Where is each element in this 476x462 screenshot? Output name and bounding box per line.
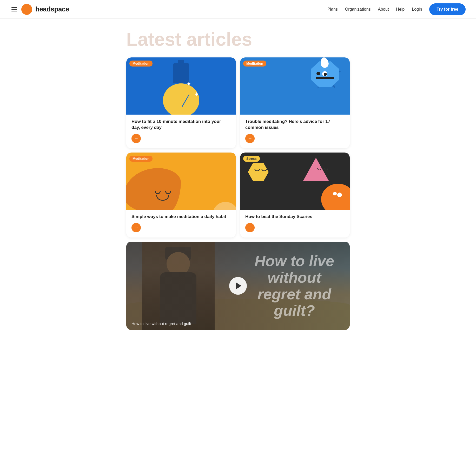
card-title-4: How to beat the Sunday Scaries bbox=[245, 214, 345, 220]
orange-half-circle bbox=[213, 202, 236, 210]
video-overlay-text: How to livewithoutregret andguilt? bbox=[255, 253, 334, 319]
card-title-1: How to fit a 10-minute meditation into y… bbox=[131, 119, 231, 131]
video-card[interactable]: How to livewithoutregret andguilt? How t… bbox=[126, 242, 350, 330]
clock-top bbox=[173, 63, 189, 83]
clock-button bbox=[178, 60, 184, 65]
navbar: headspace Plans Organizations About Help… bbox=[0, 0, 476, 19]
card-arrow-2[interactable]: → bbox=[245, 134, 255, 143]
stress-triangle-face bbox=[317, 168, 328, 170]
category-badge-4: Stress bbox=[243, 156, 260, 162]
article-grid: Meditation ✦ ✦ How to fit a 10-minute me… bbox=[126, 57, 350, 330]
try-for-free-button[interactable]: Try for free bbox=[429, 3, 466, 15]
card-text-4: How to beat the Sunday Scaries → bbox=[240, 210, 350, 237]
category-badge-1: Meditation bbox=[129, 61, 153, 67]
card-arrow-3[interactable]: → bbox=[131, 223, 141, 232]
card-image-3: Meditation bbox=[126, 153, 236, 210]
card-text-1: How to fit a 10-minute meditation into y… bbox=[126, 115, 236, 148]
sparkle-icon-2: ✦ bbox=[194, 91, 199, 98]
card-text-2: Trouble meditating? Here's advice for 17… bbox=[240, 115, 350, 148]
nav-organizations[interactable]: Organizations bbox=[345, 7, 371, 12]
stress-orange-blob bbox=[321, 184, 350, 210]
sparkle-icon-1: ✦ bbox=[186, 81, 191, 88]
card-image-4: Stress bbox=[240, 153, 350, 210]
nav-help[interactable]: Help bbox=[396, 7, 405, 12]
stress-hexagon bbox=[248, 163, 269, 181]
nav-about[interactable]: About bbox=[378, 7, 389, 12]
medit-eye-right bbox=[165, 191, 171, 194]
card-image-2: Meditation bbox=[240, 57, 350, 115]
card-arrow-4[interactable]: → bbox=[245, 223, 255, 232]
clock-body bbox=[163, 83, 199, 115]
card-title-3: Simple ways to make meditation a daily h… bbox=[131, 214, 231, 220]
clock-hand bbox=[182, 94, 189, 107]
stress-orange-eye2 bbox=[337, 193, 342, 197]
card-title-2: Trouble meditating? Here's advice for 17… bbox=[245, 119, 345, 131]
stress-tri-eye-left bbox=[317, 168, 321, 170]
medit-eye-left bbox=[155, 191, 161, 194]
meditation-face-eyes bbox=[155, 191, 171, 194]
main-content: Latest articles Meditation ✦ ✦ How to fi… bbox=[121, 19, 355, 346]
page-title: Latest articles bbox=[126, 29, 350, 50]
navbar-right: Plans Organizations About Help Login Try… bbox=[327, 3, 466, 15]
category-badge-3: Meditation bbox=[129, 156, 153, 162]
video-play-button[interactable] bbox=[229, 277, 247, 295]
navbar-left: headspace bbox=[10, 4, 69, 15]
orange-blob bbox=[126, 168, 181, 210]
stress-tri-eye-right bbox=[324, 168, 328, 170]
card-arrow-1[interactable]: → bbox=[131, 134, 141, 143]
category-badge-2: Meditation bbox=[243, 61, 266, 67]
video-caption: How to live without regret and guilt bbox=[131, 321, 191, 326]
card-text-3: Simple ways to make meditation a daily h… bbox=[126, 210, 236, 237]
logo-text: headspace bbox=[35, 5, 69, 13]
article-card-3[interactable]: Meditation Simple ways to make meditatio… bbox=[126, 153, 236, 237]
nav-login[interactable]: Login bbox=[412, 7, 422, 12]
star-creature-container bbox=[311, 61, 342, 90]
card-image-1: Meditation ✦ ✦ bbox=[126, 57, 236, 115]
hamburger-menu[interactable] bbox=[10, 6, 18, 12]
star-mouth bbox=[316, 77, 334, 79]
play-icon bbox=[236, 282, 241, 289]
article-card-2[interactable]: Meditation Trouble meditating? Here's ad… bbox=[240, 57, 350, 148]
nav-plans[interactable]: Plans bbox=[327, 7, 338, 12]
stress-orange-eye1 bbox=[333, 192, 337, 195]
logo-icon bbox=[21, 4, 32, 15]
article-card-4[interactable]: Stress How to beat the Sunday Scaries → bbox=[240, 153, 350, 237]
article-card-1[interactable]: Meditation ✦ ✦ How to fit a 10-minute me… bbox=[126, 57, 236, 148]
